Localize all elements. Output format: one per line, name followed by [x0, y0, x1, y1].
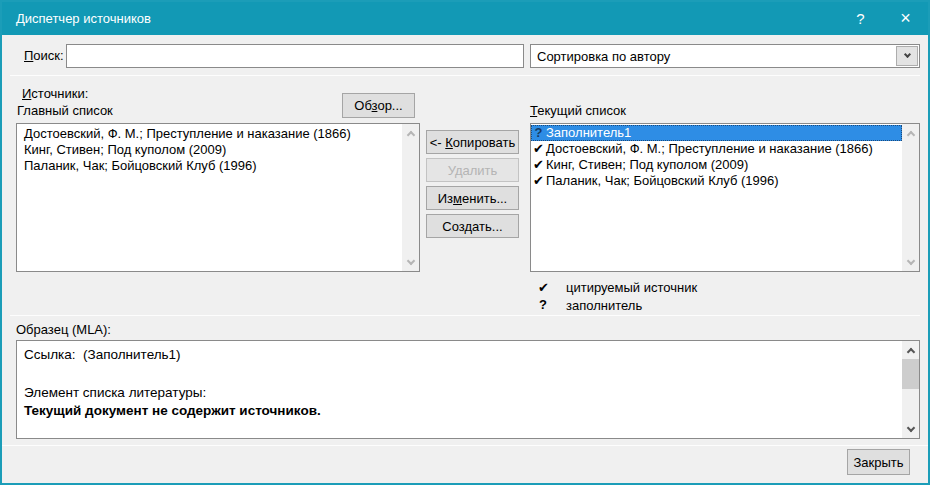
master-list-label: Главный список: [17, 103, 113, 118]
sort-selected-value: Сортировка по автору: [531, 49, 895, 64]
preview-box: Ссылка: (Заполнитель1) Элемент списка ли…: [16, 340, 920, 439]
scroll-down-icon[interactable]: [402, 254, 419, 271]
close-icon: ×: [900, 8, 911, 29]
list-item[interactable]: Достоевский, Ф. М.; Преступление и наказ…: [17, 126, 402, 142]
scroll-down-icon[interactable]: [902, 421, 919, 438]
master-list-scrollbar[interactable]: [402, 124, 419, 271]
sort-dropdown[interactable]: Сортировка по автору: [530, 44, 920, 68]
preview-bibliography-header: Элемент списка литературы:: [24, 385, 206, 400]
legend-cited-label: цитируемый источник: [566, 280, 697, 295]
preview-citation: Ссылка: (Заполнитель1): [24, 347, 181, 362]
list-item[interactable]: ✔ Паланик, Чак; Бойцовский Клуб (1996): [531, 173, 902, 189]
check-icon: ✔: [531, 141, 546, 157]
source-manager-dialog: Диспетчер источников ? × Поиск: Сортиров…: [0, 0, 930, 485]
delete-button[interactable]: Удалить: [426, 158, 519, 182]
preview-scrollbar[interactable]: [902, 341, 919, 438]
current-list-label: Текущий список: [530, 103, 626, 118]
browse-button[interactable]: Обзор...: [342, 93, 415, 118]
question-mark-icon: ?: [539, 297, 547, 312]
check-icon: ✔: [531, 157, 546, 173]
check-icon: ✔: [531, 173, 546, 189]
preview-bibliography-empty: Текущий документ не содержит источников.: [24, 403, 321, 418]
current-list-scrollbar[interactable]: [902, 124, 919, 271]
divider: [2, 445, 928, 446]
preview-label: Образец (MLA):: [16, 322, 111, 337]
create-button[interactable]: Создать...: [426, 214, 519, 238]
scroll-up-icon[interactable]: [902, 124, 919, 141]
list-item[interactable]: Паланик, Чак; Бойцовский Клуб (1996): [17, 158, 402, 174]
titlebar: Диспетчер источников ? ×: [2, 2, 928, 35]
list-item-selected[interactable]: ? Заполнитель1: [531, 125, 902, 141]
list-item[interactable]: ✔ Достоевский, Ф. М.; Преступление и нак…: [531, 141, 902, 157]
dialog-title: Диспетчер источников: [16, 11, 151, 26]
search-input[interactable]: [66, 44, 524, 68]
scroll-up-icon[interactable]: [902, 341, 919, 358]
close-dialog-button[interactable]: Закрыть: [847, 449, 910, 475]
help-button[interactable]: ?: [838, 2, 883, 35]
edit-button[interactable]: Изменить...: [426, 186, 519, 210]
list-item[interactable]: ✔ Кинг, Стивен; Под куполом (2009): [531, 157, 902, 173]
chevron-down-icon[interactable]: [896, 46, 918, 66]
scrollbar-thumb[interactable]: [902, 359, 919, 389]
close-button[interactable]: ×: [883, 2, 928, 35]
divider: [10, 315, 920, 316]
search-label: Поиск:: [24, 48, 64, 63]
master-list[interactable]: Достоевский, Ф. М.; Преступление и наказ…: [16, 123, 420, 272]
scroll-down-icon[interactable]: [902, 254, 919, 271]
current-list[interactable]: ? Заполнитель1 ✔ Достоевский, Ф. М.; Пре…: [530, 123, 920, 272]
copy-button[interactable]: <- Копировать: [426, 130, 519, 154]
scroll-up-icon[interactable]: [402, 124, 419, 141]
placeholder-icon: ?: [531, 125, 546, 141]
legend-placeholder-label: заполнитель: [566, 298, 642, 313]
sources-label: Источники:: [22, 86, 88, 101]
check-icon: ✔: [538, 280, 549, 295]
list-item[interactable]: Кинг, Стивен; Под куполом (2009): [17, 142, 402, 158]
divider: [10, 75, 920, 76]
help-icon: ?: [856, 10, 864, 27]
